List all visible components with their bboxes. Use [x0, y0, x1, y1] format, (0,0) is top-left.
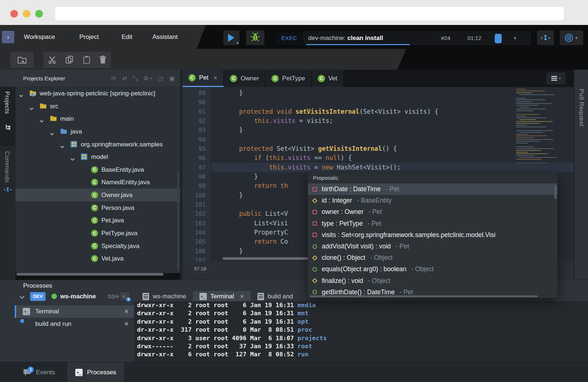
exec-dropdown-caret-icon[interactable]: ▼ — [513, 31, 517, 46]
import-icon[interactable]: ⇄ — [122, 76, 127, 81]
terminal-output[interactable]: drwxr-xr-x 2 root root 6 Jan 19 16:31 me… — [134, 301, 588, 363]
chevron-down-icon[interactable] — [19, 92, 23, 99]
proposal-item[interactable]: visits : Set<org.springframework.samples… — [308, 229, 558, 241]
chevron-down-icon[interactable] — [40, 117, 44, 124]
menu-item-assistant[interactable]: Assistant — [152, 25, 178, 49]
proposal-item[interactable]: addVisit(Visit visit) : void- Pet — [308, 241, 558, 252]
machine-name[interactable]: ws-machine — [60, 292, 96, 301]
settings-caret-icon[interactable]: ▾ — [150, 76, 152, 81]
proposal-item[interactable]: equals(Object arg0) : boolean- Object — [308, 263, 558, 275]
code-line: } — [224, 125, 243, 135]
tree-row[interactable]: CPet.java — [15, 214, 180, 227]
target-selector-button[interactable]: ▼ — [560, 30, 583, 45]
chevron-down-icon[interactable] — [71, 156, 75, 162]
proposal-label: owner : Owner — [322, 208, 364, 216]
paste-icon[interactable] — [83, 55, 91, 64]
refresh-icon[interactable]: ⟳ — [111, 76, 116, 81]
menu-item-edit[interactable]: Edit — [122, 25, 132, 49]
proposal-item[interactable]: id : Integer- BaseEntity — [308, 195, 558, 206]
collapse-menu-button[interactable]: › — [2, 31, 14, 43]
proposal-item[interactable]: clone() : Object- Object — [308, 252, 558, 263]
debug-button[interactable] — [246, 30, 264, 45]
proposal-item[interactable]: type : PetType- Pet — [308, 218, 558, 229]
processes-label: Processes — [87, 369, 116, 376]
class-icon: C — [91, 179, 98, 186]
editor-tab-pet[interactable]: CPet✕ — [183, 70, 224, 87]
popup-horizontal-scrollbar[interactable] — [310, 295, 538, 297]
close-icon[interactable]: ✕ — [213, 75, 218, 81]
minimap-line — [516, 134, 527, 135]
close-icon[interactable]: ✕ — [240, 294, 244, 299]
chevron-down-icon[interactable] — [60, 143, 64, 150]
side-tab-commands[interactable]: Commands — [4, 151, 10, 183]
panel-divider[interactable] — [180, 70, 183, 280]
window-close-button[interactable] — [10, 10, 18, 18]
run-button[interactable]: ▾ — [223, 30, 239, 45]
tree-row[interactable]: main — [15, 112, 180, 125]
window-zoom-button[interactable] — [35, 10, 43, 18]
new-terminal-icon[interactable]: ›_+ — [120, 292, 129, 300]
dock-panel-icon[interactable]: ◳ — [158, 76, 163, 81]
minimap-line — [516, 159, 541, 160]
process-tab-ws-machine[interactable]: ws-machine — [136, 291, 193, 302]
process-list-item-build-and-run[interactable]: build and run✕ — [15, 318, 134, 330]
proposal-item[interactable]: birthDate : DateTime- Pet — [308, 183, 558, 195]
exec-command[interactable]: dev-machine: clean install — [308, 31, 383, 46]
popup-vertical-scrollbar[interactable] — [555, 186, 556, 199]
project-tree-icon — [0, 124, 15, 132]
process-tab-terminal[interactable]: >_Terminal✕ — [193, 291, 251, 302]
collapse-all-icon[interactable]: ⤡ — [133, 76, 138, 81]
new-project-button[interactable] — [10, 52, 34, 68]
editor-tab-pettype[interactable]: CPetType — [266, 70, 311, 87]
exec-progress-bar — [306, 44, 410, 45]
minimap-line — [516, 148, 554, 149]
copy-icon[interactable] — [65, 55, 74, 64]
tab-events[interactable]: 1 Events — [15, 362, 63, 382]
tree-row[interactable]: COwner.java — [15, 189, 180, 201]
stop-button[interactable] — [495, 34, 502, 43]
tree-row[interactable]: CPetType.java — [15, 227, 180, 240]
tree-row[interactable]: CVet.java — [15, 252, 180, 265]
editor-tab-list-button[interactable]: ˅ — [546, 72, 566, 84]
editor-tab-vet[interactable]: CVet — [312, 70, 344, 87]
proposals-header: Proposals: — [308, 172, 558, 183]
terminal-command-button[interactable]: ›I- — [537, 30, 554, 45]
tree-row[interactable]: org.springframework.samples — [15, 138, 180, 151]
tree-row[interactable]: CPerson.java — [15, 201, 180, 214]
maximize-panel-icon[interactable]: ▣ — [169, 76, 175, 81]
delete-icon[interactable] — [99, 55, 107, 64]
tree-horizontal-scrollbar[interactable] — [17, 273, 163, 276]
window-minimize-button[interactable] — [23, 10, 30, 18]
tree-row[interactable]: CBaseEntity.java — [15, 163, 180, 176]
tree-row[interactable]: CSpecialty.java — [15, 240, 180, 252]
line-number: 99 — [187, 181, 206, 190]
machine-status-icon — [51, 294, 57, 299]
process-list-item-terminal[interactable]: >_Terminal✕ — [15, 305, 134, 318]
tree-row[interactable]: java — [15, 125, 180, 138]
tree-row[interactable]: CNamedEntity.java — [15, 176, 180, 189]
settings-icon[interactable]: ⚙ — [143, 76, 148, 81]
side-tab-pull-request[interactable]: Pull Request — [578, 89, 585, 126]
tree-row[interactable]: model — [15, 150, 180, 163]
proposal-item[interactable]: finalize() : void- Object — [308, 275, 558, 287]
chevron-down-icon[interactable] — [50, 130, 54, 137]
menu-item-project[interactable]: Project — [79, 25, 99, 49]
address-bar[interactable] — [55, 7, 564, 20]
close-icon[interactable]: ✕ — [124, 318, 129, 330]
cut-icon[interactable] — [48, 55, 57, 64]
menu-item-workspace[interactable]: Workspace — [24, 25, 55, 49]
ssh-label[interactable]: SSH — [108, 293, 119, 299]
editor-tab-owner[interactable]: COwner — [224, 70, 266, 87]
close-icon[interactable]: ✕ — [124, 305, 129, 318]
machine-expand-chevron-icon[interactable] — [19, 294, 25, 301]
minimap-line — [516, 109, 546, 109]
chevron-down-icon[interactable] — [29, 105, 33, 112]
tree-vertical-scrollbar[interactable] — [177, 171, 179, 270]
side-tab-projects[interactable]: Projects — [4, 91, 10, 114]
tab-processes[interactable]: >_ Processes — [67, 362, 124, 382]
play-icon — [228, 34, 234, 42]
tree-row[interactable]: web-java-spring-petclinic [spring-petcli… — [15, 87, 180, 100]
process-tab-build-and[interactable]: build and — [251, 291, 300, 302]
proposal-item[interactable]: owner : Owner- Pet — [308, 206, 558, 218]
tree-row[interactable]: src — [15, 100, 180, 113]
